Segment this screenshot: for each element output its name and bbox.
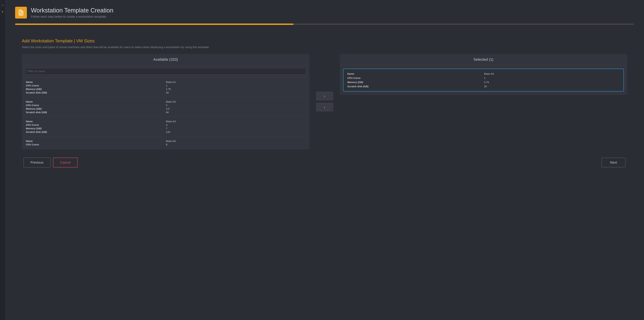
transfer-buttons: › ‹ xyxy=(316,88,333,115)
available-items-list: Name Basic A1 CPU Cores 1 Memory (GB) 1.… xyxy=(22,78,310,149)
name-label: Name xyxy=(26,81,165,83)
disk-value: 60 xyxy=(166,111,305,114)
memory-value: 7 xyxy=(166,127,305,130)
sel-cpu-value: 1 xyxy=(484,77,620,79)
name-value: Basic A1 xyxy=(166,81,305,83)
next-button[interactable]: Next xyxy=(602,158,626,167)
page-subtitle: Follow each step below to create a works… xyxy=(31,15,113,19)
selected-panel: Selected (1) Name Basic A0 CPU Cores 1 M… xyxy=(340,54,628,95)
selected-panel-header: Selected (1) xyxy=(340,54,628,65)
name-label: Name xyxy=(26,120,165,123)
sel-name-value: Basic A0 xyxy=(484,72,620,75)
available-panel: Available (320) Name Basic A1 CPU Cores … xyxy=(22,54,310,149)
available-panel-header: Available (320) xyxy=(22,54,310,65)
sel-memory-label: Memory (GB) xyxy=(348,81,483,84)
memory-label: Memory (GB) xyxy=(26,127,165,130)
cpu-label: CPU Cores xyxy=(26,143,165,146)
cpu-value: 1 xyxy=(166,84,305,87)
header-icon xyxy=(15,7,27,19)
selected-item-card[interactable]: Name Basic A0 CPU Cores 1 Memory (GB) 0.… xyxy=(343,69,624,91)
remove-from-selected-button[interactable]: ‹ xyxy=(316,103,333,111)
add-to-selected-button[interactable]: › xyxy=(316,92,333,100)
disk-label: Scratch disk (GB) xyxy=(26,111,165,114)
content-panel: Add Workstation Template | VM Sizes Sele… xyxy=(15,32,634,174)
memory-label: Memory (GB) xyxy=(26,88,165,90)
memory-label: Memory (GB) xyxy=(26,107,165,110)
available-item[interactable]: Name Basic A1 CPU Cores 1 Memory (GB) 1.… xyxy=(22,78,310,97)
sidebar: » ● xyxy=(0,0,5,320)
sidebar-dot-icon[interactable]: ● xyxy=(2,10,3,13)
document-icon xyxy=(18,9,24,16)
filter-input[interactable] xyxy=(25,68,306,75)
name-label: Name xyxy=(26,139,165,142)
available-item[interactable]: Name Basic A2 CPU Cores 2 Memory (GB) 3.… xyxy=(22,97,310,117)
disk-value: 120 xyxy=(166,130,305,133)
section-title: Add Workstation Template | VM Sizes xyxy=(22,38,627,44)
progress-bar-fill xyxy=(15,24,294,25)
page-title: Workstation Template Creation xyxy=(31,7,113,14)
progress-bar-container xyxy=(15,24,634,25)
disk-label: Scratch disk (GB) xyxy=(26,91,165,94)
cpu-label: CPU Cores xyxy=(26,84,165,87)
cpu-value: 2 xyxy=(166,104,305,107)
available-item[interactable]: Name Basic A4 CPU Cores 8 xyxy=(22,136,310,149)
disk-value: 40 xyxy=(166,91,305,94)
cpu-value: 4 xyxy=(166,123,305,126)
name-value: Basic A4 xyxy=(166,139,305,142)
name-label: Name xyxy=(26,100,165,103)
cancel-button[interactable]: Cancel xyxy=(53,157,78,168)
selected-items-list: Name Basic A0 CPU Cores 1 Memory (GB) 0.… xyxy=(340,65,628,95)
dual-panel: Available (320) Name Basic A1 CPU Cores … xyxy=(22,54,627,149)
name-value: Basic A3 xyxy=(166,120,305,123)
section-description: Select the sizes and types of virtual ma… xyxy=(22,46,627,49)
footer-left: Previous Cancel xyxy=(24,157,78,168)
footer: Previous Cancel Next xyxy=(22,157,627,168)
sel-memory-value: 0.75 xyxy=(484,81,620,84)
memory-value: 1.75 xyxy=(166,88,305,90)
header-text: Workstation Template Creation Follow eac… xyxy=(31,7,113,19)
available-item[interactable]: Name Basic A3 CPU Cores 4 Memory (GB) 7 … xyxy=(22,117,310,136)
name-value: Basic A2 xyxy=(166,100,305,103)
filter-container xyxy=(22,65,310,78)
disk-label: Scratch disk (GB) xyxy=(26,130,165,133)
sel-disk-label: Scratch disk (GB) xyxy=(348,85,483,88)
cpu-label: CPU Cores xyxy=(26,104,165,107)
sidebar-toggle[interactable]: » xyxy=(2,3,3,7)
sel-name-label: Name xyxy=(348,72,483,75)
cpu-value: 8 xyxy=(166,143,305,146)
sel-disk-value: 20 xyxy=(484,85,620,88)
memory-value: 3.5 xyxy=(166,107,305,110)
page-header: Workstation Template Creation Follow eac… xyxy=(15,7,634,19)
previous-button[interactable]: Previous xyxy=(24,157,50,168)
sel-cpu-label: CPU Cores xyxy=(348,77,483,79)
cpu-label: CPU Cores xyxy=(26,123,165,126)
main-content: Workstation Template Creation Follow eac… xyxy=(5,0,644,320)
